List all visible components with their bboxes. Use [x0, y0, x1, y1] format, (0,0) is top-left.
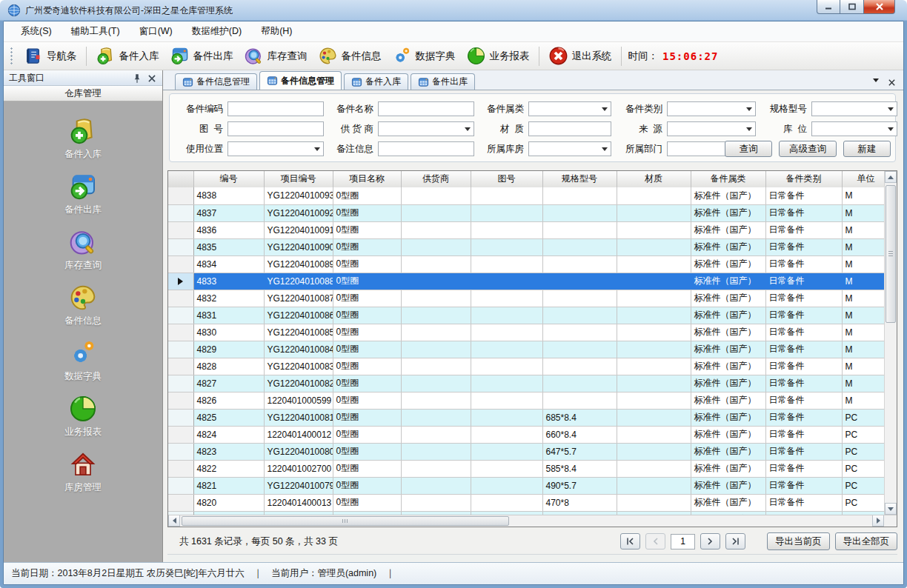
toolbar-button[interactable]: 导航条: [18, 44, 82, 68]
toolbar-button[interactable]: 备件出库: [165, 44, 239, 68]
column-header[interactable]: 编号: [193, 171, 264, 187]
toolbar-button[interactable]: 退出系统: [543, 44, 617, 68]
row-selector-cell[interactable]: [168, 255, 193, 273]
search-text-input[interactable]: [227, 121, 324, 136]
column-header[interactable]: 材质: [617, 171, 691, 187]
row-selector-cell[interactable]: [168, 204, 193, 221]
menu-item[interactable]: 系统(S): [11, 21, 62, 41]
export-all-pages-button[interactable]: 导出全部页: [835, 532, 898, 550]
toolbar-button[interactable]: 备件入库: [90, 44, 165, 68]
search-text-input[interactable]: [378, 101, 474, 116]
menu-item[interactable]: 帮助(H): [251, 21, 302, 41]
table-row[interactable]: 482612204010005990型圈标准件（国产）日常备件M: [168, 392, 884, 409]
vertical-scroll-thumb[interactable]: [886, 185, 896, 323]
sidebar-item[interactable]: 库存查询: [64, 227, 102, 272]
sidebar-item[interactable]: 备件信息: [64, 283, 102, 327]
column-header[interactable]: 备件类别: [765, 171, 842, 187]
row-selector-cell[interactable]: [168, 341, 193, 358]
vertical-scrollbar[interactable]: [884, 171, 897, 515]
scroll-right-icon[interactable]: [872, 515, 884, 527]
sidebar-item[interactable]: 备件出库: [64, 172, 102, 216]
search-select[interactable]: [811, 101, 897, 116]
row-selector-cell[interactable]: [168, 358, 193, 375]
table-row[interactable]: 482412204014000120型圈660*8.4标准件（国产）日常备件PC: [168, 426, 884, 443]
close-button[interactable]: [864, 0, 895, 14]
column-header[interactable]: 备件属类: [691, 171, 765, 187]
search-select[interactable]: [667, 101, 756, 116]
toolbar-button[interactable]: 库存查询: [239, 44, 313, 68]
search-text-input[interactable]: [227, 101, 324, 116]
search-text-input[interactable]: [528, 121, 611, 136]
row-selector-cell[interactable]: [168, 290, 193, 307]
sidebar-item[interactable]: 备件入库: [64, 116, 102, 161]
close-panel-icon[interactable]: [147, 73, 157, 82]
table-row[interactable]: 4837YG122040100920型圈标准件（国产）日常备件M: [168, 204, 884, 221]
tab-1[interactable]: 备件信息管理: [175, 73, 257, 90]
column-header[interactable]: 规格型号: [542, 171, 617, 187]
sidebar-item[interactable]: 业务报表: [64, 394, 102, 438]
row-selector-cell[interactable]: [168, 477, 193, 494]
next-page-button[interactable]: [700, 533, 720, 549]
first-page-button[interactable]: [620, 533, 640, 549]
search-text-input[interactable]: [378, 141, 474, 156]
toolbar-grip-handle[interactable]: [10, 47, 13, 66]
row-selector-cell[interactable]: [168, 324, 193, 341]
toolbar-button[interactable]: 备件信息: [313, 44, 387, 68]
column-header[interactable]: 项目编号: [264, 171, 333, 187]
tab-3[interactable]: 备件入库: [344, 73, 408, 90]
table-row[interactable]: 4827YG122040100820型圈标准件（国产）日常备件M: [168, 375, 884, 392]
column-header[interactable]: 项目名称: [333, 171, 401, 187]
advanced-query-button[interactable]: 高级查询: [779, 141, 837, 157]
tab-2[interactable]: 备件信息管理: [259, 71, 342, 90]
scroll-down-icon[interactable]: [885, 503, 897, 515]
pin-icon[interactable]: [132, 73, 142, 82]
row-selector-cell[interactable]: [168, 375, 193, 392]
table-row[interactable]: 4832YG122040100870型圈标准件（国产）日常备件M: [168, 290, 884, 307]
toolbar-button[interactable]: 数据字典: [387, 44, 461, 68]
table-row[interactable]: 4836YG122040100910型圈标准件（国产）日常备件M: [168, 221, 884, 238]
row-selector-cell[interactable]: [168, 238, 193, 255]
table-row[interactable]: 4829YG122040100840型圈标准件（国产）日常备件M: [168, 341, 884, 358]
column-header[interactable]: 单位: [842, 171, 884, 187]
table-row[interactable]: 4835YG122040100900型圈标准件（国产）日常备件M: [168, 238, 884, 255]
previous-page-button[interactable]: [645, 533, 665, 549]
menu-item[interactable]: 数据维护(D): [182, 21, 251, 41]
row-selector-cell[interactable]: [168, 307, 193, 324]
table-row[interactable]: 4833YG122040100880型圈标准件（国产）日常备件M: [168, 273, 884, 290]
row-selector-cell[interactable]: [168, 392, 193, 409]
table-row[interactable]: 4828YG122040100830型圈标准件（国产）日常备件M: [168, 358, 884, 375]
maximize-button[interactable]: [840, 0, 864, 14]
new-button[interactable]: 新建: [843, 141, 891, 157]
search-select[interactable]: [528, 101, 611, 116]
tab-list-dropdown-icon[interactable]: [873, 78, 879, 85]
horizontal-scrollbar[interactable]: [168, 515, 897, 527]
scroll-left-icon[interactable]: [168, 515, 180, 527]
scroll-up-icon[interactable]: [885, 171, 897, 183]
tab-4[interactable]: 备件出库: [411, 73, 475, 90]
table-row[interactable]: 4838YG122040100930型圈标准件（国产）日常备件M: [168, 187, 884, 204]
table-row[interactable]: 4830YG122040100850型圈标准件（国产）日常备件M: [168, 324, 884, 341]
search-select[interactable]: [811, 121, 897, 136]
row-selector-cell[interactable]: [168, 409, 193, 426]
page-number-input[interactable]: [671, 534, 695, 549]
row-selector-cell[interactable]: [168, 443, 193, 460]
tab-close-icon[interactable]: [888, 76, 896, 84]
column-header[interactable]: 图号: [471, 171, 542, 187]
menu-item[interactable]: 窗口(W): [130, 21, 182, 41]
table-row[interactable]: 4834YG122040100890型圈标准件（国产）日常备件M: [168, 255, 884, 273]
row-selector-cell[interactable]: [168, 426, 193, 443]
table-row[interactable]: 482012204014000130型圈470*8标准件（国产）日常备件PC: [168, 494, 884, 511]
minimize-button[interactable]: [817, 0, 840, 14]
table-row[interactable]: 4831YG122040100860型圈标准件（国产）日常备件M: [168, 307, 884, 324]
search-select[interactable]: [378, 121, 474, 136]
search-select[interactable]: [528, 141, 611, 156]
table-row[interactable]: 4825YG122040100810型圈685*8.4标准件（国产）日常备件PC: [168, 409, 884, 426]
row-selector-cell[interactable]: [168, 221, 193, 238]
sidebar-item[interactable]: 数据字典: [64, 338, 102, 383]
toolbar-button[interactable]: 业务报表: [461, 44, 535, 68]
row-selector-cell[interactable]: [168, 187, 193, 204]
row-selector-cell[interactable]: [168, 460, 193, 477]
table-row[interactable]: 482212204010027000型圈585*8.4标准件（国产）日常备件PC: [168, 460, 884, 477]
search-select[interactable]: [667, 121, 756, 136]
row-selector-cell[interactable]: [168, 494, 193, 511]
